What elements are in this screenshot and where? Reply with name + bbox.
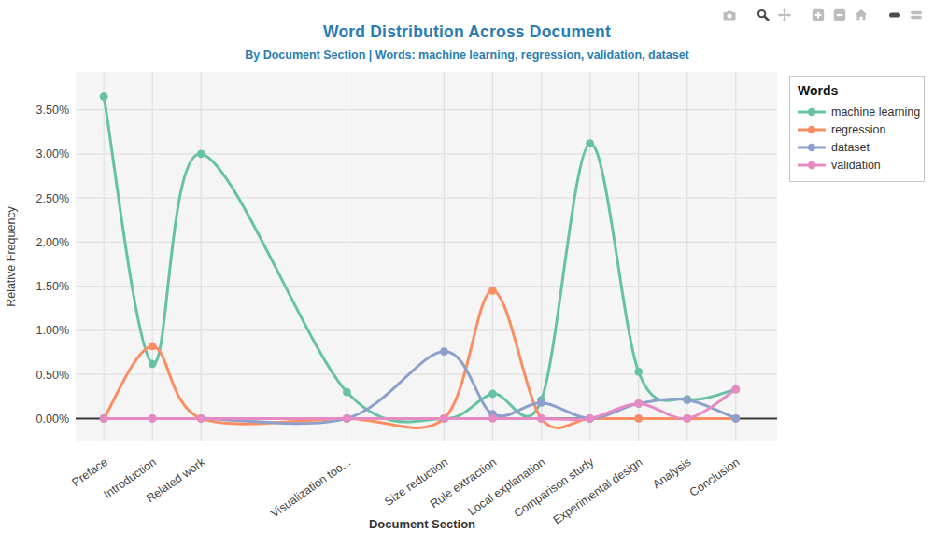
data-point-validation[interactable] — [197, 414, 205, 423]
figure-canvas: { "title": "Word Distribution Across Doc… — [0, 0, 934, 560]
data-point-validation[interactable] — [440, 414, 448, 423]
data-point-regression[interactable] — [149, 343, 157, 351]
data-point-validation[interactable] — [100, 414, 108, 423]
legend-items: machine learningregressiondatasetvalidat… — [798, 103, 917, 174]
data-point-validation[interactable] — [343, 414, 351, 423]
x-tick-label: Comparison study — [512, 455, 597, 521]
data-point-regression[interactable] — [488, 287, 497, 295]
data-point-dataset[interactable] — [683, 396, 691, 404]
data-point-machine-learning[interactable] — [197, 150, 205, 159]
legend-swatch-icon — [798, 160, 826, 171]
x-axis-title: Document Section — [369, 517, 475, 531]
plot-area[interactable] — [76, 72, 777, 441]
y-tick-label: 2.50% — [36, 192, 69, 205]
y-tick-label: 0.50% — [36, 369, 69, 382]
data-point-machine-learning[interactable] — [149, 359, 157, 368]
legend-swatch-icon — [798, 142, 826, 153]
y-tick-label: 3.50% — [36, 104, 69, 117]
y-tick-label: 1.00% — [36, 324, 69, 337]
y-tick-label: 0.00% — [36, 413, 69, 426]
data-point-validation[interactable] — [586, 414, 594, 423]
data-point-dataset[interactable] — [537, 399, 545, 407]
y-axis-title: Relative Frequency — [5, 205, 18, 306]
data-point-validation[interactable] — [488, 414, 497, 423]
x-tick-label: Experimental design — [551, 455, 645, 526]
data-point-dataset[interactable] — [440, 347, 448, 356]
y-tick-label: 3.00% — [36, 147, 69, 161]
legend-item-validation[interactable]: validation — [798, 156, 917, 174]
data-point-validation[interactable] — [634, 399, 643, 408]
legend-item-dataset[interactable]: dataset — [798, 138, 917, 156]
y-tick-label: 1.50% — [36, 280, 69, 293]
data-point-validation[interactable] — [149, 414, 157, 423]
x-tick-label: Visualization too... — [268, 455, 353, 521]
data-point-machine-learning[interactable] — [100, 92, 108, 101]
data-point-dataset[interactable] — [731, 414, 740, 423]
legend: Words machine learningregressiondatasetv… — [789, 76, 925, 182]
legend-item-label: validation — [831, 159, 881, 172]
x-tick-label: Preface — [70, 455, 110, 489]
y-tick-label: 2.00% — [36, 236, 69, 249]
legend-item-label: machine learning — [831, 105, 920, 119]
x-tick-label: Conclusion — [687, 455, 743, 499]
data-point-regression[interactable] — [634, 414, 643, 423]
data-point-validation[interactable] — [537, 414, 545, 423]
data-point-machine-learning[interactable] — [488, 390, 497, 399]
legend-item-label: regression — [831, 123, 885, 136]
data-point-machine-learning[interactable] — [343, 388, 351, 397]
data-point-validation[interactable] — [731, 385, 740, 394]
legend-swatch-icon — [798, 106, 826, 118]
data-point-machine-learning[interactable] — [586, 139, 594, 147]
legend-item-label: dataset — [831, 141, 870, 154]
legend-title: Words — [798, 83, 917, 98]
data-point-validation[interactable] — [683, 414, 691, 423]
legend-item-regression[interactable]: regression — [798, 120, 917, 138]
data-point-machine-learning[interactable] — [634, 368, 643, 376]
legend-swatch-icon — [798, 124, 826, 135]
legend-item-machine-learning[interactable]: machine learning — [798, 103, 917, 120]
x-tick-label: Analysis — [650, 455, 693, 491]
